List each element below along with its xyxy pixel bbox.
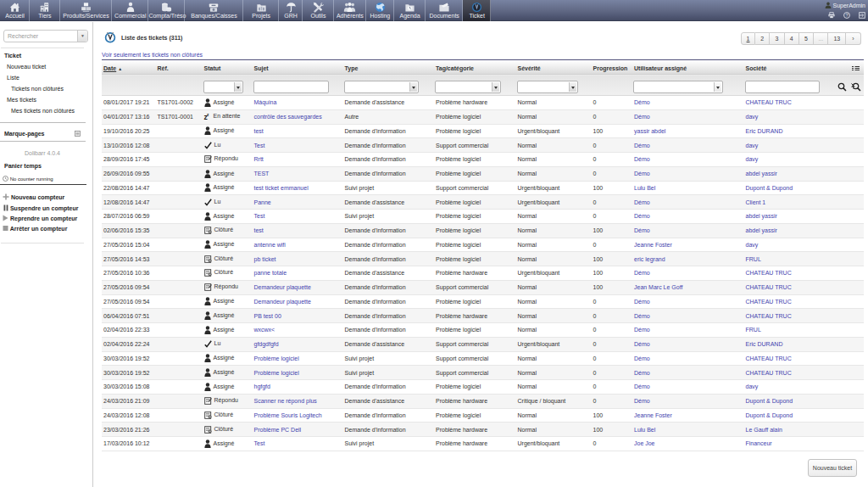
svg-text:?: ? [845, 13, 848, 18]
